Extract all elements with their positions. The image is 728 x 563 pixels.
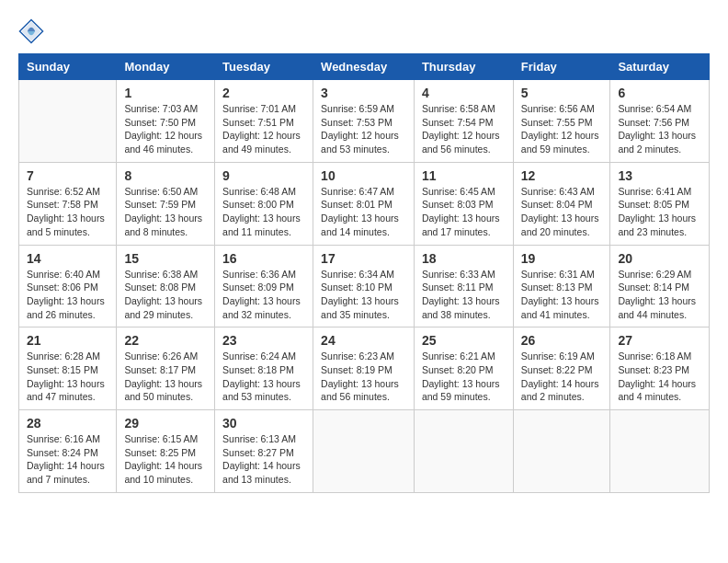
calendar-body: 1Sunrise: 7:03 AM Sunset: 7:50 PM Daylig… — [19, 80, 710, 493]
day-info: Sunrise: 6:48 AM Sunset: 8:00 PM Dayligh… — [222, 185, 305, 239]
calendar-cell: 12Sunrise: 6:43 AM Sunset: 8:04 PM Dayli… — [513, 162, 610, 245]
day-number: 27 — [618, 333, 701, 348]
calendar-week-1: 1Sunrise: 7:03 AM Sunset: 7:50 PM Daylig… — [19, 80, 710, 163]
day-info: Sunrise: 6:23 AM Sunset: 8:19 PM Dayligh… — [321, 350, 406, 404]
day-info: Sunrise: 6:29 AM Sunset: 8:14 PM Dayligh… — [618, 268, 701, 322]
calendar-cell: 6Sunrise: 6:54 AM Sunset: 7:56 PM Daylig… — [610, 80, 710, 163]
day-number: 25 — [422, 333, 506, 348]
day-info: Sunrise: 6:43 AM Sunset: 8:04 PM Dayligh… — [521, 185, 603, 239]
calendar-table: SundayMondayTuesdayWednesdayThursdayFrid… — [18, 53, 710, 493]
calendar-cell: 26Sunrise: 6:19 AM Sunset: 8:22 PM Dayli… — [513, 327, 610, 410]
day-number: 10 — [321, 168, 406, 183]
day-info: Sunrise: 6:28 AM Sunset: 8:15 PM Dayligh… — [27, 350, 108, 404]
header-cell-saturday: Saturday — [610, 54, 710, 80]
calendar-week-4: 21Sunrise: 6:28 AM Sunset: 8:15 PM Dayli… — [19, 327, 710, 410]
day-info: Sunrise: 6:58 AM Sunset: 7:54 PM Dayligh… — [422, 102, 506, 156]
day-number: 6 — [618, 86, 701, 100]
day-number: 15 — [124, 251, 207, 266]
calendar-cell: 9Sunrise: 6:48 AM Sunset: 8:00 PM Daylig… — [215, 162, 313, 245]
header-cell-tuesday: Tuesday — [215, 54, 313, 80]
day-info: Sunrise: 6:33 AM Sunset: 8:11 PM Dayligh… — [422, 268, 506, 322]
page-header — [18, 18, 710, 44]
day-info: Sunrise: 6:41 AM Sunset: 8:05 PM Dayligh… — [618, 185, 701, 239]
calendar-cell: 22Sunrise: 6:26 AM Sunset: 8:17 PM Dayli… — [117, 327, 215, 410]
day-number: 28 — [27, 416, 108, 431]
calendar-cell: 10Sunrise: 6:47 AM Sunset: 8:01 PM Dayli… — [313, 162, 415, 245]
header-cell-monday: Monday — [117, 54, 215, 80]
day-number: 20 — [618, 251, 701, 266]
day-number: 11 — [422, 168, 506, 183]
calendar-cell — [610, 410, 710, 493]
calendar-cell — [313, 410, 415, 493]
day-number: 18 — [422, 251, 506, 266]
calendar-cell: 24Sunrise: 6:23 AM Sunset: 8:19 PM Dayli… — [313, 327, 415, 410]
day-info: Sunrise: 6:47 AM Sunset: 8:01 PM Dayligh… — [321, 185, 406, 239]
calendar-cell: 16Sunrise: 6:36 AM Sunset: 8:09 PM Dayli… — [215, 245, 313, 327]
calendar-cell: 4Sunrise: 6:58 AM Sunset: 7:54 PM Daylig… — [414, 80, 513, 163]
logo — [18, 18, 48, 44]
calendar-cell: 21Sunrise: 6:28 AM Sunset: 8:15 PM Dayli… — [19, 327, 117, 410]
day-info: Sunrise: 6:50 AM Sunset: 7:59 PM Dayligh… — [124, 185, 207, 239]
calendar-cell: 1Sunrise: 7:03 AM Sunset: 7:50 PM Daylig… — [117, 80, 215, 163]
calendar-cell: 8Sunrise: 6:50 AM Sunset: 7:59 PM Daylig… — [117, 162, 215, 245]
logo-icon — [18, 18, 44, 44]
day-info: Sunrise: 6:13 AM Sunset: 8:27 PM Dayligh… — [222, 432, 305, 487]
day-number: 23 — [222, 333, 305, 348]
day-number: 8 — [124, 168, 207, 183]
day-number: 14 — [27, 251, 108, 266]
calendar-cell: 14Sunrise: 6:40 AM Sunset: 8:06 PM Dayli… — [19, 245, 117, 327]
calendar-cell: 17Sunrise: 6:34 AM Sunset: 8:10 PM Dayli… — [313, 245, 415, 327]
day-info: Sunrise: 6:34 AM Sunset: 8:10 PM Dayligh… — [321, 268, 406, 322]
header-cell-friday: Friday — [513, 54, 610, 80]
day-number: 16 — [222, 251, 305, 266]
day-info: Sunrise: 6:18 AM Sunset: 8:23 PM Dayligh… — [618, 350, 701, 404]
calendar-cell — [414, 410, 513, 493]
day-info: Sunrise: 6:56 AM Sunset: 7:55 PM Dayligh… — [521, 102, 603, 156]
day-number: 21 — [27, 333, 108, 348]
day-number: 5 — [521, 86, 603, 100]
day-number: 30 — [222, 416, 305, 431]
calendar-cell: 28Sunrise: 6:16 AM Sunset: 8:24 PM Dayli… — [19, 410, 117, 493]
calendar-cell: 30Sunrise: 6:13 AM Sunset: 8:27 PM Dayli… — [215, 410, 313, 493]
calendar-cell: 13Sunrise: 6:41 AM Sunset: 8:05 PM Dayli… — [610, 162, 710, 245]
day-number: 12 — [521, 168, 603, 183]
day-info: Sunrise: 6:38 AM Sunset: 8:08 PM Dayligh… — [124, 268, 207, 322]
calendar-cell — [513, 410, 610, 493]
calendar-cell — [19, 80, 117, 163]
calendar-week-2: 7Sunrise: 6:52 AM Sunset: 7:58 PM Daylig… — [19, 162, 710, 245]
header-cell-sunday: Sunday — [19, 54, 117, 80]
day-number: 22 — [124, 333, 207, 348]
day-info: Sunrise: 6:59 AM Sunset: 7:53 PM Dayligh… — [321, 102, 406, 156]
calendar-cell: 2Sunrise: 7:01 AM Sunset: 7:51 PM Daylig… — [215, 80, 313, 163]
day-number: 9 — [222, 168, 305, 183]
day-info: Sunrise: 6:52 AM Sunset: 7:58 PM Dayligh… — [27, 185, 108, 239]
header-cell-wednesday: Wednesday — [313, 54, 415, 80]
day-number: 17 — [321, 251, 406, 266]
header-row: SundayMondayTuesdayWednesdayThursdayFrid… — [19, 54, 710, 80]
calendar-cell: 23Sunrise: 6:24 AM Sunset: 8:18 PM Dayli… — [215, 327, 313, 410]
calendar-week-5: 28Sunrise: 6:16 AM Sunset: 8:24 PM Dayli… — [19, 410, 710, 493]
day-info: Sunrise: 6:16 AM Sunset: 8:24 PM Dayligh… — [27, 432, 108, 487]
calendar-cell: 27Sunrise: 6:18 AM Sunset: 8:23 PM Dayli… — [610, 327, 710, 410]
day-info: Sunrise: 6:26 AM Sunset: 8:17 PM Dayligh… — [124, 350, 207, 404]
calendar-cell: 15Sunrise: 6:38 AM Sunset: 8:08 PM Dayli… — [117, 245, 215, 327]
day-info: Sunrise: 6:31 AM Sunset: 8:13 PM Dayligh… — [521, 268, 603, 322]
day-info: Sunrise: 6:19 AM Sunset: 8:22 PM Dayligh… — [521, 350, 603, 404]
day-info: Sunrise: 6:40 AM Sunset: 8:06 PM Dayligh… — [27, 268, 108, 322]
calendar-cell: 29Sunrise: 6:15 AM Sunset: 8:25 PM Dayli… — [117, 410, 215, 493]
calendar-cell: 7Sunrise: 6:52 AM Sunset: 7:58 PM Daylig… — [19, 162, 117, 245]
day-number: 2 — [222, 86, 305, 100]
day-info: Sunrise: 6:36 AM Sunset: 8:09 PM Dayligh… — [222, 268, 305, 322]
calendar-cell: 5Sunrise: 6:56 AM Sunset: 7:55 PM Daylig… — [513, 80, 610, 163]
day-number: 24 — [321, 333, 406, 348]
calendar-cell: 20Sunrise: 6:29 AM Sunset: 8:14 PM Dayli… — [610, 245, 710, 327]
calendar-cell: 18Sunrise: 6:33 AM Sunset: 8:11 PM Dayli… — [414, 245, 513, 327]
day-info: Sunrise: 7:03 AM Sunset: 7:50 PM Dayligh… — [124, 102, 207, 156]
day-number: 29 — [124, 416, 207, 431]
day-number: 3 — [321, 86, 406, 100]
day-number: 13 — [618, 168, 701, 183]
header-cell-thursday: Thursday — [414, 54, 513, 80]
calendar-cell: 11Sunrise: 6:45 AM Sunset: 8:03 PM Dayli… — [414, 162, 513, 245]
day-number: 1 — [124, 86, 207, 100]
day-info: Sunrise: 6:15 AM Sunset: 8:25 PM Dayligh… — [124, 432, 207, 487]
